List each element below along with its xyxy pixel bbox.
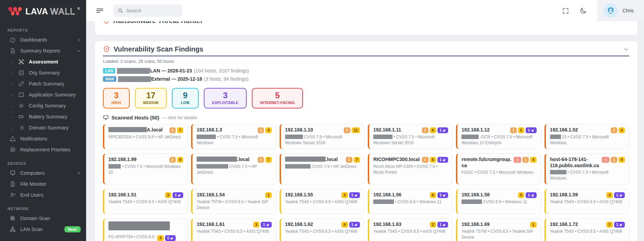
sidebar-item-label: Domain Scan	[20, 216, 81, 221]
sidebar-item-label: Org Summary	[29, 70, 81, 76]
stat-exploitable[interactable]: 3EXPLOITABLE	[204, 88, 247, 108]
host-title: 192.168.1.99	[108, 157, 137, 163]
host-card-192-168-1-10[interactable]: 192.168.1.10211CVSS 7.5 • Microsoft Wind…	[280, 124, 364, 149]
sidebar-item-org-summary[interactable]: –Org Summary	[0, 67, 86, 78]
sidebar-item-label: Patch Summary	[29, 81, 81, 87]
scan-entry-lan[interactable]: LANLAN — 2026-01-23(104 hosts, 3107 find…	[103, 67, 629, 75]
sidebar: LAVAWALL® REPORTSDashboardsSummary Repor…	[0, 0, 86, 241]
scanned-hosts-header: Scanned Hosts (50) — click for details	[103, 115, 629, 120]
host-card-192-168-1-99[interactable]: 192.168.1.9929• CVSS 7.5 • Microsoft Win…	[103, 153, 188, 185]
medium-count-badge: 7	[265, 157, 271, 163]
host-card-192-168-1-11[interactable]: 192.168.1.11161• CVSS 7.5 • Microsoft Wi…	[368, 124, 453, 149]
tree-dash: –	[10, 125, 14, 130]
sidebar-item-computers[interactable]: Computers	[0, 168, 86, 179]
host-card-192-168-1-52[interactable]: 192.168.1.521423 • CVSS 7.5 • Microsoft …	[545, 124, 629, 149]
host-card-192-168-1-62[interactable]: 192.168.1.6241Yealink T54S • CVSS 6.5 • …	[280, 218, 364, 241]
host-card-192-168-1-54[interactable]: 192.168.1.541Yealink T57W • CVSS 6.5 • Y…	[191, 189, 276, 214]
host-card-192-168-1-51[interactable]: 192.168.1.5131Yealink T54S • CVSS 6.5 • …	[103, 189, 188, 214]
high-count-badge: 3	[169, 127, 176, 133]
medium-count-badge: 3	[253, 222, 259, 228]
app-logo[interactable]: LAVAWALL®	[0, 0, 86, 22]
exploitable-badge: 1	[614, 222, 625, 228]
stat-medium[interactable]: 17MEDIUM	[135, 88, 167, 108]
host-card-192-168-1-55[interactable]: 192.168.1.5531Yealink T54S • CVSS 6.5 • …	[280, 189, 364, 214]
host-title: 192.168.1.61	[197, 221, 225, 228]
sidebar-item-notifications[interactable]: Notifications	[0, 133, 86, 144]
host-title: 192.168.1.51	[108, 192, 137, 198]
logo-registered-mark: ®	[78, 7, 80, 11]
host-title: 192.168.1.3	[197, 127, 222, 133]
main-content: Ransomware Threat Hunter Vulnerability S…	[86, 21, 644, 241]
sidebar-item-summary-reports[interactable]: Summary Reports	[0, 45, 86, 56]
host-card-192-168-1-63[interactable]: 192.168.1.6321Yealink T54S • CVSS 6.5 • …	[368, 218, 453, 241]
sidebar-item-dashboards[interactable]: Dashboards	[0, 34, 86, 45]
search-box[interactable]	[114, 4, 182, 17]
sidebar-item-config-summary[interactable]: –Config Summary	[0, 100, 86, 111]
host-card-local[interactable]: .local17CVSS 7.5 • HP JetDirect	[280, 153, 364, 185]
tree-dash: –	[10, 59, 14, 65]
redacted-text	[108, 127, 147, 132]
host-card-remote-fulcrumgroup-ca[interactable]: remote.fulcrumgroup.ca14FGDC • CVSS 7.5 …	[456, 153, 541, 185]
host-details: NPIC8DDDA • CVSS 9.8 • HP JetDirect	[108, 134, 183, 140]
host-title: 192.168.1.72	[550, 221, 578, 228]
sidebar-item-label: Dashboards	[20, 37, 72, 43]
host-title: 192.168.1.69	[461, 221, 490, 228]
tree-dash: –	[10, 70, 14, 76]
stat-high[interactable]: 3HIGH	[103, 88, 130, 108]
user-menu[interactable]: Chris	[597, 0, 644, 21]
sidebar-item-application-summary[interactable]: –Application Summary	[0, 89, 86, 100]
host-card-host-64-178-141-118-public-eastlink-ca[interactable]: host-64-178-141-118.public.eastlink.ca14…	[545, 153, 629, 185]
host-card[interactable]: FG-4FPP704 • CVSS 6.541	[103, 218, 188, 241]
app-window-icon	[18, 92, 24, 98]
host-title: A.local	[108, 127, 163, 133]
sidebar-item-domain-scan[interactable]: Domain Scan	[0, 213, 86, 224]
hosts-grid: A.local37NPIC8DDDA • CVSS 9.8 • HP JetDi…	[103, 124, 629, 241]
sidebar-item-file-monitor[interactable]: File Monitor	[0, 179, 86, 190]
host-title: 192.168.1.59	[550, 192, 578, 198]
stat-value: 9	[180, 91, 190, 100]
host-card-a-local[interactable]: A.local37NPIC8DDDA • CVSS 9.8 • HP JetDi…	[103, 124, 188, 149]
menu-toggle-icon[interactable]	[96, 7, 104, 15]
host-card-192-168-1-12[interactable]: 192.168.1.12151-OCR • CVSS 7.5 • Microso…	[456, 124, 541, 149]
scanned-hosts-hint: — click for details	[162, 115, 197, 120]
sidebar-item-battery-summary[interactable]: –Battery Summary	[0, 111, 86, 122]
stat-low[interactable]: 9LOW	[172, 88, 199, 108]
scan-meta: (3 hosts, 94 findings)	[204, 76, 248, 82]
dark-mode-moon-icon[interactable]	[574, 7, 592, 14]
fullscreen-icon[interactable]	[557, 7, 574, 14]
sidebar-item-assessment[interactable]: –Assessment	[0, 56, 86, 67]
stat-value: 17	[143, 91, 159, 100]
chevron-right-icon	[77, 171, 81, 175]
tree-dash: –	[10, 114, 14, 119]
vulnerability-scan-findings-card: Vulnerability Scan Findings Loaded: 2 sc…	[94, 41, 638, 241]
sidebar-item-patch-summary[interactable]: –Patch Summary	[0, 78, 86, 89]
medium-count-badge: 4	[341, 222, 348, 228]
host-card-192-168-1-3[interactable]: 192.168.1.314• CVSS 7.5 • Microsoft Wind…	[191, 124, 276, 149]
stat-internet-facing[interactable]: 5INTERNET-FACING	[252, 88, 303, 108]
sidebar-item-end-users[interactable]: End Users	[0, 190, 86, 200]
host-card-192-168-1-69[interactable]: 192.168.1.691Yealink T57W • CVSS 6.5 • Y…	[456, 218, 541, 241]
host-card-192-168-1-56[interactable]: 192.168.1.5661• CVSS 6.5 • Windows 11	[368, 189, 453, 214]
high-count-badge: 1	[611, 157, 617, 163]
host-title: 192.168.1.54	[197, 192, 225, 198]
medium-count-badge: 6	[430, 157, 436, 163]
sidebar-item-domain-summary[interactable]: –Domain Summary	[0, 122, 86, 133]
medium-count-badge: 1	[265, 192, 271, 198]
host-card-192-168-1-61[interactable]: 192.168.1.6131Yealink T54S • CVSS 6.5 • …	[191, 218, 276, 241]
host-details: CVSS 7.5 • HP JetDirect	[197, 164, 271, 175]
users-icon	[10, 192, 16, 198]
sidebar-item-replacement-priorities[interactable]: Replacement Priorities	[0, 144, 86, 155]
search-input[interactable]	[126, 8, 178, 13]
host-card-192-168-1-59[interactable]: 192.168.1.5931Yealink T54S • CVSS 6.5 • …	[545, 189, 629, 214]
host-card-192-168-1-72[interactable]: 192.168.1.7221Yealink T54S • CVSS 6.5 • …	[545, 218, 629, 241]
redacted-text	[285, 157, 326, 162]
host-card-192-168-1-58[interactable]: 192.168.1.5851CVSS 6.5 • Windows 11	[456, 189, 541, 214]
scan-entry-wan[interactable]: WANExternal — 2025-12-18(3 hosts, 94 fin…	[103, 75, 629, 83]
redacted-text	[197, 135, 216, 139]
host-card-local[interactable]: .local17CVSS 7.5 • HP JetDirect	[191, 153, 276, 185]
host-card-ricohmpc300-local[interactable]: RICOHMPC300.local161Ricoh Aficio MP C300…	[368, 153, 453, 185]
sidebar-item-lan-scan[interactable]: LAN ScanNew!	[0, 224, 86, 235]
collapse-chevron-down-icon[interactable]	[623, 46, 629, 53]
medium-count-badge: 11	[352, 127, 360, 133]
redacted-text	[197, 164, 228, 169]
